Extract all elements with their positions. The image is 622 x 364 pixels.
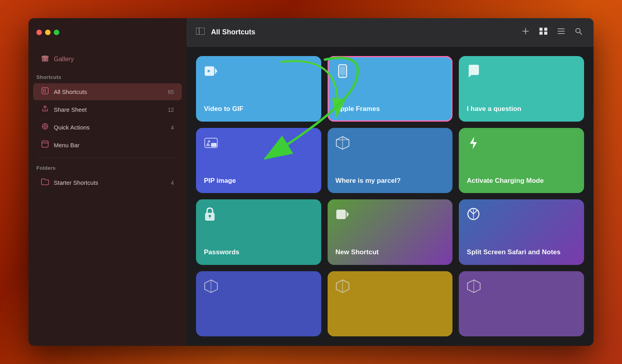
menu-bar-label: Menu Bar <box>54 142 79 148</box>
quick-actions-icon <box>41 123 49 132</box>
svg-rect-2 <box>45 56 45 60</box>
sidebar-item-all-shortcuts[interactable]: All Shortcuts 65 <box>33 83 182 100</box>
add-button[interactable] <box>520 26 531 39</box>
sidebar-content: Gallery Shortcuts All Shortcuts 65 <box>28 47 187 346</box>
pip-icon <box>204 136 313 153</box>
folders-section-label: Folders <box>28 162 187 173</box>
main-titlebar: All Shortcuts <box>187 18 594 47</box>
apple-frames-label: Apple Frames <box>336 105 445 113</box>
maximize-button[interactable] <box>54 30 59 35</box>
starter-shortcuts-count: 4 <box>171 180 174 186</box>
quick-actions-label: Quick Actions <box>54 124 90 131</box>
card-bottom-3[interactable] <box>459 271 584 337</box>
gallery-label: Gallery <box>54 56 74 63</box>
sidebar-item-gallery[interactable]: Gallery <box>33 51 182 68</box>
parcel-label: Where is my parcel? <box>336 176 445 185</box>
bottom-2-icon <box>336 279 445 296</box>
svg-marker-40 <box>470 137 477 149</box>
svg-point-7 <box>44 125 46 128</box>
search-button[interactable] <box>573 26 584 39</box>
svg-point-6 <box>42 124 48 129</box>
sidebar-item-starter-shortcuts[interactable]: Starter Shortcuts 4 <box>33 174 182 191</box>
svg-line-26 <box>580 32 582 35</box>
svg-rect-12 <box>42 141 48 147</box>
close-button[interactable] <box>36 30 42 35</box>
charging-label: Activate Charging Mode <box>467 176 576 185</box>
sidebar-item-quick-actions[interactable]: Quick Actions 4 <box>33 119 182 136</box>
all-shortcuts-icon <box>41 87 49 96</box>
titlebar-actions <box>520 26 584 39</box>
svg-rect-14 <box>196 28 205 35</box>
sidebar: Gallery Shortcuts All Shortcuts 65 <box>28 18 187 346</box>
svg-marker-45 <box>347 211 349 218</box>
card-i-have-a-question[interactable]: I have a question <box>459 56 584 122</box>
passwords-label: Passwords <box>204 248 313 257</box>
svg-rect-35 <box>211 143 217 147</box>
card-video-to-gif[interactable]: Video to GIF <box>196 56 321 122</box>
question-label: I have a question <box>467 105 576 113</box>
menu-bar-icon <box>41 141 49 150</box>
svg-point-30 <box>207 70 210 72</box>
starter-shortcuts-label: Starter Shortcuts <box>54 179 98 186</box>
traffic-lights <box>36 30 59 35</box>
all-shortcuts-count: 65 <box>168 89 174 95</box>
svg-rect-44 <box>336 210 346 219</box>
svg-rect-19 <box>544 28 547 31</box>
svg-marker-29 <box>215 68 217 74</box>
svg-rect-43 <box>209 216 210 218</box>
share-sheet-label: Share Sheet <box>54 106 87 113</box>
card-activate-charging-mode[interactable]: Activate Charging Mode <box>459 128 584 193</box>
svg-rect-20 <box>539 32 543 35</box>
quick-actions-count: 4 <box>171 124 174 131</box>
card-pip-image[interactable]: PIP image <box>196 128 321 193</box>
sidebar-toggle-icon[interactable] <box>196 28 205 37</box>
new-shortcut-icon <box>336 207 445 225</box>
sidebar-item-share-sheet[interactable]: Share Sheet 12 <box>33 101 182 118</box>
bottom-3-icon <box>467 279 576 296</box>
card-split-screen[interactable]: Split Screen Safari and Notes <box>459 199 584 265</box>
card-bottom-1[interactable] <box>196 271 321 337</box>
card-passwords[interactable]: Passwords <box>196 199 321 265</box>
card-where-is-my-parcel[interactable]: Where is my parcel? <box>328 128 453 193</box>
video-to-gif-icon <box>204 64 313 81</box>
svg-point-33 <box>342 76 343 77</box>
svg-point-36 <box>208 140 210 143</box>
svg-rect-18 <box>539 28 543 31</box>
card-bottom-2[interactable] <box>328 271 453 337</box>
shortcuts-section-label: Shortcuts <box>28 71 187 83</box>
main-title: All Shortcuts <box>211 28 514 36</box>
svg-rect-32 <box>340 66 345 75</box>
pip-label: PIP image <box>204 176 313 185</box>
card-apple-frames[interactable]: Apple Frames <box>328 56 453 122</box>
shortcuts-grid: Video to GIF Apple Frames <box>187 47 594 346</box>
list-view-button[interactable] <box>556 26 567 38</box>
sidebar-item-menu-bar[interactable]: Menu Bar <box>33 137 182 154</box>
bottom-1-icon <box>204 279 313 296</box>
share-sheet-count: 12 <box>168 107 174 113</box>
folder-icon <box>41 178 49 187</box>
sidebar-divider <box>36 158 179 158</box>
question-icon <box>467 64 576 81</box>
sidebar-titlebar <box>28 18 187 47</box>
video-to-gif-label: Video to GIF <box>204 105 313 113</box>
grid-view-button[interactable] <box>537 26 549 39</box>
gallery-icon <box>41 54 49 64</box>
charging-icon <box>467 136 576 153</box>
new-shortcut-label: New Shortcut <box>336 248 445 257</box>
split-screen-icon <box>467 207 576 224</box>
main-content: All Shortcuts <box>187 18 594 346</box>
minimize-button[interactable] <box>45 30 51 35</box>
share-sheet-icon <box>41 105 49 114</box>
svg-rect-21 <box>544 32 547 35</box>
split-screen-label: Split Screen Safari and Notes <box>467 248 576 257</box>
all-shortcuts-label: All Shortcuts <box>54 88 87 95</box>
card-new-shortcut[interactable]: New Shortcut <box>328 199 453 265</box>
app-window: Gallery Shortcuts All Shortcuts 65 <box>28 18 594 346</box>
apple-frames-icon <box>336 64 445 81</box>
passwords-icon <box>204 207 313 225</box>
parcel-icon <box>336 136 445 153</box>
